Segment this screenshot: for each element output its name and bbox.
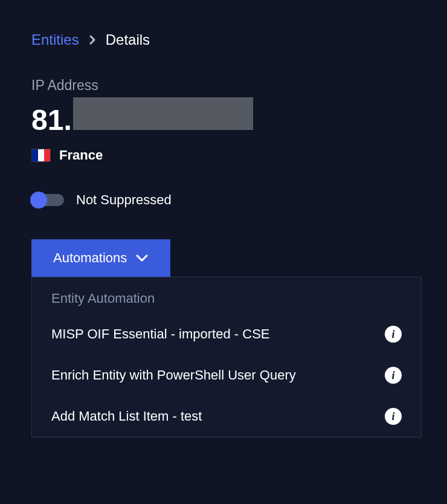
ip-address-value: 81. <box>31 97 416 137</box>
france-flag-icon <box>31 149 51 162</box>
country-row: France <box>31 147 416 163</box>
ip-prefix: 81. <box>31 103 72 137</box>
breadcrumb: Entities Details <box>31 31 416 48</box>
chevron-right-icon <box>89 34 96 45</box>
info-icon[interactable]: i <box>385 367 402 384</box>
automation-item[interactable]: Add Match List Item - test i <box>32 396 421 437</box>
automation-item-label: Enrich Entity with PowerShell User Query <box>51 367 296 383</box>
toggle-knob <box>30 192 47 208</box>
flag-stripe <box>38 149 44 161</box>
info-icon[interactable]: i <box>385 326 402 343</box>
automation-item[interactable]: Enrich Entity with PowerShell User Query… <box>32 355 421 396</box>
automations-button[interactable]: Automations <box>31 239 170 277</box>
country-name: France <box>59 147 103 163</box>
info-icon[interactable]: i <box>385 408 402 425</box>
suppression-label: Not Suppressed <box>76 192 172 208</box>
dropdown-header: Entity Automation <box>32 277 421 314</box>
flag-stripe <box>44 149 50 161</box>
automation-item-label: MISP OIF Essential - imported - CSE <box>51 326 269 342</box>
automation-item-label: Add Match List Item - test <box>51 409 202 424</box>
automations-button-label: Automations <box>53 250 127 266</box>
suppression-toggle[interactable] <box>31 194 64 206</box>
automations-dropdown: Entity Automation MISP OIF Essential - i… <box>31 277 422 438</box>
flag-stripe <box>32 149 38 161</box>
chevron-down-icon <box>135 254 149 262</box>
suppression-row: Not Suppressed <box>31 192 416 208</box>
automation-item[interactable]: MISP OIF Essential - imported - CSE i <box>32 314 421 355</box>
breadcrumb-entities-link[interactable]: Entities <box>31 31 79 48</box>
ip-redacted-block <box>73 97 253 130</box>
ip-address-label: IP Address <box>31 77 416 94</box>
breadcrumb-current: Details <box>106 31 150 48</box>
